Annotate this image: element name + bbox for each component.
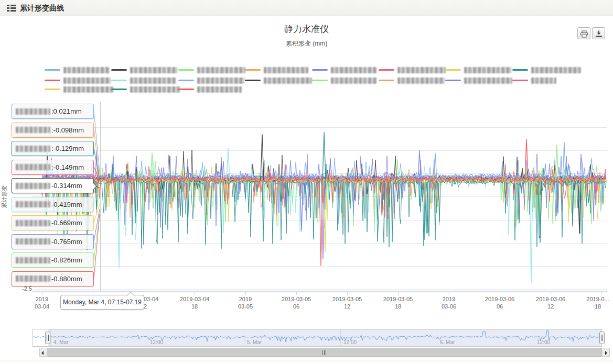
app-window: 累计形变曲线 静力水准仪 累积形变 (mm) 累计形变 -2.5 201903-… [0,0,613,364]
tooltip-label-redacted [16,257,50,263]
navigator-label: 12:00 [537,339,550,345]
tooltip-row: -0.765mm [12,234,94,249]
legend-label-redacted [63,78,111,84]
x-axis-tick [347,292,348,295]
navigator-left-handle[interactable] [45,332,50,344]
tooltip-label-redacted [16,164,50,170]
chart-subtitle: 累积形变 (mm) [0,39,613,48]
navigator-right-handle[interactable] [599,332,605,344]
navigator-label: 6. Mar [440,339,455,345]
legend-label-redacted [464,78,512,84]
x-axis-tick [296,292,297,295]
y-axis-label: -2.5 [10,285,32,292]
tooltip-label-redacted [16,275,50,282]
legend-label-redacted [130,86,180,93]
legend-label-redacted [397,67,446,73]
legend-label-redacted [63,67,110,73]
tooltip-value: :-0.129mm [51,145,84,152]
x-axis-tick [601,292,602,295]
tooltip-label-redacted [16,127,50,133]
legend-label-redacted [130,67,177,73]
navigator[interactable]: 4. Mar12:005. Mar12:006. Mar12:00 [33,329,602,347]
x-axis-tick [245,292,246,295]
plot-area[interactable] [33,102,607,292]
print-button[interactable] [577,27,590,39]
tooltip-callout-arrow [127,292,134,299]
legend-line-swatch [379,69,394,71]
legend-line-swatch [379,80,394,81]
legend-line-swatch [178,89,194,90]
navigator-label: 5. Mar [247,339,262,345]
legend-label-redacted [264,78,312,84]
legend-label-redacted [397,78,445,84]
legend-label-redacted [63,86,113,93]
legend-line-swatch [312,80,328,81]
x-axis-label: 2019-03-0606 [476,295,523,310]
tooltip-value: -0.419mm [51,201,82,208]
header-bar: 累计形变曲线 [0,0,613,16]
tooltip-value: -0.765mm [51,238,82,246]
legend-line-swatch [512,80,528,81]
scrollbar-right-arrow[interactable] [601,348,610,357]
x-axis-label: 2019-03-0518 [374,295,422,310]
tooltip-value: -0.826mm [51,256,82,264]
legend-label-redacted [331,67,377,73]
tooltip-value: -0.880mm [51,275,82,283]
legend-line-swatch [245,69,261,71]
tooltip-header-text: Monday, Mar 4, 07:15-07:19 [63,299,142,306]
legend-label-redacted [197,78,244,84]
tooltip-label-redacted [16,108,50,115]
chart-title: 静力水准仪 [0,23,613,35]
tooltip-value: :0.021mm [51,107,82,115]
navigator-label: 12:00 [150,339,163,345]
legend-label-redacted [264,67,308,73]
x-axis-label: 201903-04 [18,295,66,310]
tooltip-row: :-0.149mm [12,160,94,175]
tooltip-row: -0.314mm [12,178,94,193]
legend-label-redacted [331,78,377,84]
legend-line-swatch [45,89,60,90]
list-icon [7,5,16,12]
legend-label-redacted [464,67,511,73]
scrollbar-left-arrow[interactable] [39,348,48,357]
x-axis-label: 2019-03-0506 [273,295,320,310]
legend-label-redacted [531,67,581,73]
x-axis-label: 201903-06 [425,295,472,310]
tooltip-row: -0.880mm [12,271,94,286]
navigator-plot[interactable] [33,329,601,346]
legend-line-swatch [111,80,127,81]
legend-line-swatch [111,69,127,71]
print-icon [580,30,588,38]
x-axis-tick [398,292,399,295]
legend-line-swatch [312,69,328,71]
scrollbar-grip-icon [322,350,327,355]
legend-label-redacted [197,67,245,73]
x-axis-tick [144,292,144,295]
navigator-label: 12:00 [343,339,357,345]
chart-panel: 静力水准仪 累积形变 (mm) 累计形变 -2.5 201903-042019-… [0,16,613,364]
tooltip-row: -0.826mm [12,252,94,268]
legend-line-swatch [45,69,60,71]
legend-label-redacted [197,86,242,93]
navigator-label: 4. Mar [53,339,68,345]
x-axis-label: 2019-0...18 [574,295,613,310]
scrollbar-thumb[interactable] [48,348,601,357]
download-button[interactable] [592,27,605,39]
legend-line-swatch [45,80,60,81]
tooltip-label-redacted [16,146,50,152]
legend-line-swatch [178,80,194,81]
tooltip-row: :-0.129mm [12,141,94,156]
legend-label-redacted [130,78,176,84]
legend-line-swatch [178,69,194,71]
legend-line-swatch [111,89,127,90]
tooltip-value: -0.669mm [51,219,82,227]
legend-label-redacted [531,78,556,84]
tooltip-row: :0.021mm [12,104,94,119]
tooltip-label-redacted [16,238,50,245]
bottom-strip [0,360,613,364]
tooltip-label-redacted [16,201,50,207]
x-axis-label: 201903-05 [222,295,269,310]
tooltip-label-redacted [16,183,50,189]
scrollbar[interactable] [39,348,610,357]
legend-line-swatch [445,80,461,81]
